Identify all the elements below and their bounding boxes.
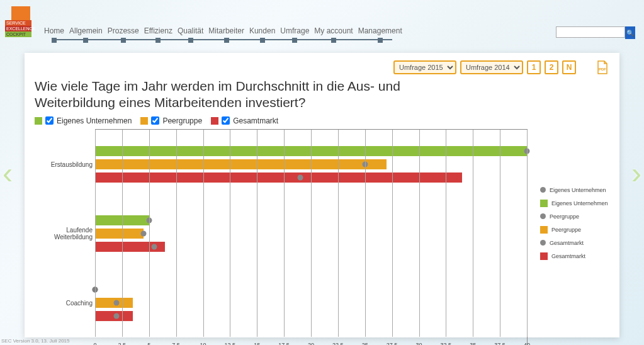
nav-prozesse[interactable]: Prozesse — [108, 26, 139, 35]
dot-icon — [540, 213, 546, 219]
view-compare-button[interactable]: 2 — [545, 60, 558, 74]
chart-card: Umfrage 2015 Umfrage 2014 1 2 N PDF Wie … — [25, 53, 619, 337]
top-nav: Home Allgemein Prozesse Effizienz Qualit… — [44, 6, 402, 35]
gridline — [122, 130, 123, 337]
gridline — [203, 130, 204, 337]
bar-peergruppe — [95, 298, 133, 308]
nav-qualitaet[interactable]: Qualität — [178, 26, 203, 35]
legend-pg-dot: Peergruppe — [550, 213, 579, 220]
gridline — [392, 130, 393, 337]
nav-effizienz[interactable]: Effizienz — [144, 26, 172, 35]
filter-peergruppe-checkbox[interactable] — [151, 116, 159, 125]
brand-line-1: SERVICE — [5, 20, 31, 26]
x-tick-label: 32.5 — [441, 342, 452, 346]
bar-gesamtmarkt — [95, 311, 133, 321]
square-icon — [211, 117, 218, 125]
filter-peergruppe-label: Peergruppe — [162, 116, 202, 125]
square-icon — [140, 117, 148, 125]
search-icon: 🔍 — [626, 30, 634, 37]
view-n-button[interactable]: N — [562, 60, 576, 74]
brand-logo: SERVICE EXCELLENCE COCKPIT — [5, 6, 31, 40]
brand-line-2: EXCELLENCE — [5, 26, 31, 31]
x-tick-label: 35 — [470, 342, 476, 346]
prev-page-arrow[interactable]: ‹ — [3, 156, 13, 190]
chart-title: Wie viele Tage im Jahr werden im Durchsc… — [35, 78, 475, 111]
legend-eig-bar: Eigenes Unternehmen — [551, 200, 608, 206]
gridline — [284, 130, 285, 337]
marker-dot — [297, 174, 303, 180]
view-grid-button[interactable] — [580, 62, 592, 74]
version-text: SEC Version 3.0, 13. Juli 2015 — [1, 338, 70, 344]
x-tick-label: 0 — [93, 342, 96, 346]
survey-select-a[interactable]: Umfrage 2015 — [393, 60, 456, 74]
x-tick-label: 15 — [254, 342, 260, 346]
filter-eigenes-checkbox[interactable] — [45, 116, 54, 125]
gridline — [365, 130, 366, 337]
gridline — [149, 130, 150, 337]
x-tick-label: 25 — [362, 342, 368, 346]
nav-account[interactable]: My account — [314, 26, 353, 35]
legend-gm-bar: Gesamtmarkt — [551, 253, 585, 259]
legend-gm-dot: Gesamtmarkt — [550, 240, 584, 246]
nav-umfrage[interactable]: Umfrage — [280, 26, 309, 35]
filter-gesamtmarkt-checkbox[interactable] — [222, 116, 230, 125]
filter-eigenes-label: Eigenes Unternehmen — [57, 116, 132, 125]
chart-plot: ErstausbildungLaufende WeiterbildungCoac… — [95, 129, 528, 346]
x-tick-label: 20 — [308, 342, 314, 346]
square-icon — [35, 117, 42, 125]
x-tick-label: 27.5 — [387, 342, 398, 346]
gridline — [473, 130, 473, 337]
filter-gesamtmarkt[interactable]: Gesamtmarkt — [211, 116, 278, 125]
nav-kunden[interactable]: Kunden — [249, 26, 275, 35]
x-tick-label: 5 — [147, 342, 150, 346]
x-tick-label: 37.5 — [494, 342, 506, 346]
x-tick-label: 2.5 — [118, 342, 127, 346]
export-pdf-button[interactable]: PDF — [596, 60, 609, 74]
bar-peergruppe — [95, 229, 144, 239]
filter-eigenes[interactable]: Eigenes Unternehmen — [35, 116, 132, 125]
gridline — [95, 130, 96, 337]
survey-select-b[interactable]: Umfrage 2014 — [460, 60, 523, 74]
x-tick-label: 22.5 — [332, 342, 344, 346]
gridline — [176, 130, 177, 337]
square-icon — [540, 252, 548, 260]
marker-dot — [152, 244, 157, 249]
filter-gesamtmarkt-label: Gesamtmarkt — [233, 116, 278, 125]
card-toolbar: Umfrage 2015 Umfrage 2014 1 2 N PDF — [35, 59, 609, 76]
gridline — [527, 130, 528, 337]
category-label: Coaching — [35, 299, 93, 306]
nav-management[interactable]: Management — [358, 26, 402, 35]
x-tick-label: 40 — [524, 342, 530, 346]
gridline — [230, 130, 230, 337]
nav-home[interactable]: Home — [44, 26, 64, 35]
x-tick-label: 30 — [415, 342, 422, 346]
x-tick-label: 10 — [200, 342, 206, 346]
dot-icon — [540, 240, 546, 246]
dot-icon — [540, 187, 546, 193]
bar-gesamtmarkt — [95, 242, 165, 252]
nav-mitarbeiter[interactable]: Mitarbeiter — [208, 26, 244, 35]
gridline — [446, 130, 446, 337]
svg-text:PDF: PDF — [599, 67, 606, 71]
x-tick-label: 12.5 — [225, 342, 236, 346]
brand-line-3: COCKPIT — [5, 31, 31, 37]
search-button[interactable]: 🔍 — [625, 26, 635, 39]
legend-eig-dot: Eigenes Unternehmen — [550, 187, 606, 193]
gridline — [419, 130, 420, 337]
chart-area: ErstausbildungLaufende WeiterbildungCoac… — [35, 129, 609, 346]
pdf-icon: PDF — [596, 60, 609, 74]
next-page-arrow[interactable]: › — [631, 156, 641, 190]
x-tick-label: 17.5 — [278, 342, 290, 346]
marker-dot — [114, 300, 120, 305]
nav-allgemein[interactable]: Allgemein — [69, 26, 103, 35]
view-single-button[interactable]: 1 — [527, 60, 541, 74]
bar-gesamtmarkt — [95, 172, 462, 183]
x-tick-label: 7.5 — [172, 342, 180, 346]
category-label: Laufende Weiterbildung — [35, 227, 93, 240]
bar-peergruppe — [95, 159, 387, 169]
square-icon — [540, 200, 548, 207]
category-label: Erstausbildung — [35, 161, 93, 167]
search-input[interactable] — [556, 26, 625, 38]
gridline — [311, 130, 312, 337]
filter-peergruppe[interactable]: Peergruppe — [140, 116, 202, 125]
